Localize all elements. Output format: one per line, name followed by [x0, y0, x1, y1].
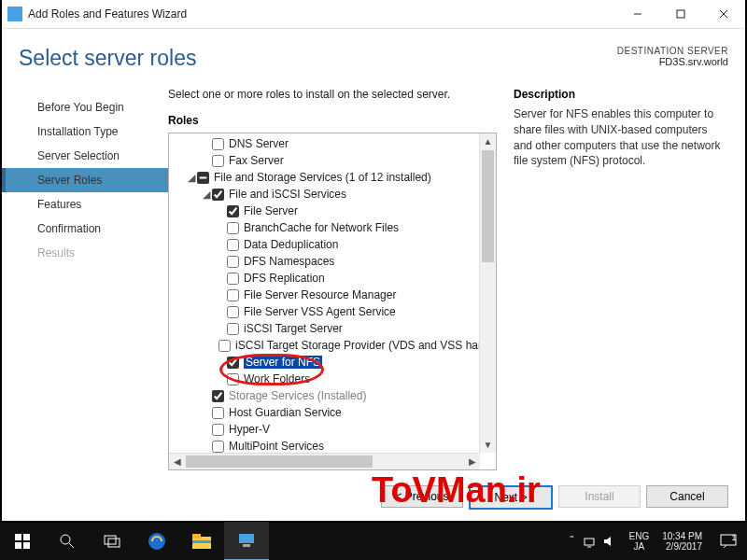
role-item[interactable]: Fax Server	[171, 152, 479, 169]
start-button[interactable]	[0, 523, 45, 560]
svg-rect-7	[23, 542, 30, 549]
role-checkbox[interactable]	[212, 407, 224, 419]
spacer	[216, 306, 227, 317]
role-checkbox[interactable]	[227, 357, 239, 369]
role-item[interactable]: MultiPoint Services	[171, 438, 479, 453]
scrollbar-thumb[interactable]	[482, 150, 494, 262]
vertical-scrollbar[interactable]: ▲ ▼	[479, 133, 496, 453]
taskbar-ie-button[interactable]	[134, 523, 179, 560]
role-checkbox[interactable]	[212, 138, 224, 150]
nav-step[interactable]: Server Selection	[2, 144, 168, 168]
role-label: DFS Namespaces	[244, 255, 334, 268]
role-checkbox[interactable]	[227, 273, 239, 285]
svg-line-9	[69, 543, 74, 548]
role-checkbox[interactable]	[227, 256, 239, 268]
role-item[interactable]: Hyper-V	[171, 421, 479, 438]
scroll-left-icon[interactable]: ◀	[169, 454, 185, 469]
install-button[interactable]: Install	[558, 485, 641, 508]
tray-volume-icon[interactable]	[603, 535, 624, 548]
svg-rect-15	[192, 540, 211, 543]
next-button[interactable]: Next >	[469, 485, 553, 510]
role-item[interactable]: Host Guardian Service	[171, 404, 479, 421]
taskbar-explorer-button[interactable]	[179, 523, 224, 560]
maximize-button[interactable]	[659, 0, 702, 28]
taskbar: ˆ ENG JA 10:34 PM 2/9/2017 1	[0, 523, 747, 560]
wizard-nav: Before You BeginInstallation TypeServer …	[2, 88, 168, 470]
titlebar: Add Roles and Features Wizard	[2, 0, 745, 29]
role-checkbox[interactable]	[212, 441, 224, 453]
search-button[interactable]	[45, 523, 90, 560]
action-center-button[interactable]: 1	[710, 523, 747, 560]
cancel-button[interactable]: Cancel	[646, 485, 728, 508]
spacer	[216, 373, 227, 385]
role-item[interactable]: File Server Resource Manager	[171, 287, 479, 303]
role-checkbox[interactable]	[227, 306, 239, 318]
role-checkbox[interactable]	[227, 239, 239, 251]
role-checkbox[interactable]	[227, 205, 239, 217]
role-checkbox[interactable]	[218, 340, 231, 352]
role-item[interactable]: File Server VSS Agent Service	[171, 303, 479, 320]
role-checkbox[interactable]	[227, 222, 239, 234]
tray-chevron-icon[interactable]: ˆ	[562, 535, 583, 548]
description-panel-label: Description	[514, 88, 726, 101]
role-checkbox[interactable]	[212, 424, 224, 436]
role-item[interactable]: Server for NFS	[171, 354, 479, 371]
spacer	[216, 357, 227, 368]
nav-step: Results	[2, 241, 168, 265]
expand-icon[interactable]: ◢	[186, 172, 197, 184]
role-item[interactable]: iSCSI Target Storage Provider (VDS and V…	[171, 337, 479, 354]
spacer	[201, 390, 212, 401]
role-checkbox[interactable]	[197, 172, 209, 184]
spacer	[201, 155, 212, 166]
scroll-down-icon[interactable]: ▼	[480, 437, 496, 453]
minimize-button[interactable]	[616, 0, 659, 28]
role-checkbox[interactable]	[212, 390, 224, 402]
nav-step[interactable]: Server Roles	[2, 168, 168, 192]
spacer	[216, 273, 227, 284]
role-item[interactable]: DNS Server	[171, 135, 479, 152]
scroll-up-icon[interactable]: ▲	[480, 133, 496, 149]
nav-step[interactable]: Features	[2, 192, 168, 217]
role-item[interactable]: DFS Replication	[171, 270, 479, 287]
lang-line1: ENG	[629, 531, 650, 541]
window-title: Add Roles and Features Wizard	[28, 7, 616, 21]
notif-badge: 1	[731, 533, 736, 542]
clock-time: 10:34 PM	[662, 531, 702, 541]
role-label: iSCSI Target Storage Provider (VDS and V…	[235, 339, 479, 352]
role-checkbox[interactable]	[227, 289, 239, 301]
role-item[interactable]: ◢File and Storage Services (1 of 12 inst…	[171, 169, 479, 186]
scrollbar-thumb[interactable]	[186, 455, 373, 468]
clock[interactable]: 10:34 PM 2/9/2017	[655, 531, 710, 552]
role-checkbox[interactable]	[212, 155, 224, 167]
role-item[interactable]: Data Deduplication	[171, 236, 479, 253]
nav-step[interactable]: Installation Type	[2, 119, 168, 144]
role-item[interactable]: ◢File and iSCSI Services	[171, 186, 479, 203]
nav-step[interactable]: Confirmation	[2, 217, 168, 241]
spacer	[216, 222, 227, 233]
role-label: Fax Server	[229, 154, 284, 167]
svg-rect-11	[108, 539, 120, 547]
task-view-button[interactable]	[90, 523, 134, 560]
role-item[interactable]: iSCSI Target Server	[171, 320, 479, 337]
role-item[interactable]: Storage Services (Installed)	[171, 387, 479, 404]
role-checkbox[interactable]	[227, 323, 239, 335]
tray-network-icon[interactable]	[583, 535, 603, 548]
role-item[interactable]: File Server	[171, 203, 479, 219]
spacer	[216, 256, 227, 267]
expand-icon[interactable]: ◢	[201, 189, 212, 201]
role-item[interactable]: BranchCache for Network Files	[171, 219, 479, 236]
role-checkbox[interactable]	[212, 189, 224, 201]
roles-listbox[interactable]: DNS Server Fax Server◢File and Storage S…	[168, 133, 497, 470]
previous-button[interactable]: < Previous	[381, 485, 463, 508]
nav-step[interactable]: Before You Begin	[2, 95, 168, 119]
taskbar-server-manager-button[interactable]	[224, 522, 269, 560]
close-button[interactable]	[702, 0, 745, 28]
role-item[interactable]: Work Folders	[171, 371, 479, 387]
horizontal-scrollbar[interactable]: ◀ ▶	[169, 453, 480, 469]
scroll-right-icon[interactable]: ▶	[464, 454, 480, 469]
role-item[interactable]: DFS Namespaces	[171, 253, 479, 270]
role-checkbox[interactable]	[227, 373, 239, 385]
app-icon	[7, 7, 22, 21]
svg-rect-6	[15, 542, 21, 549]
language-indicator[interactable]: ENG JA	[624, 531, 655, 552]
